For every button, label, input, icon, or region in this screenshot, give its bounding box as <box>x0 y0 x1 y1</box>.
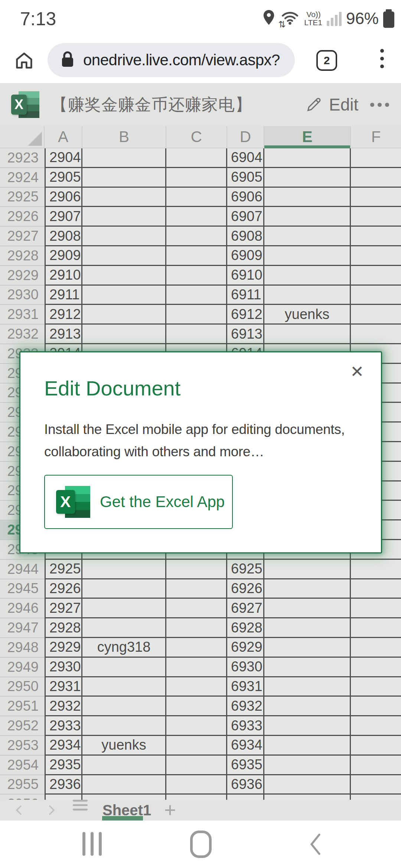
cell-A2955[interactable]: 2936 <box>45 775 82 795</box>
cell-E2956[interactable] <box>264 795 351 800</box>
cell-D2946[interactable]: 6927 <box>227 599 264 618</box>
cell-B2950[interactable] <box>82 677 166 697</box>
cell-F2949[interactable] <box>351 658 401 677</box>
cell-C2926[interactable] <box>166 207 227 227</box>
row-header-2931[interactable]: 2931 <box>0 305 45 325</box>
cell-A2925[interactable]: 2906 <box>45 188 82 207</box>
row-header-2924[interactable]: 2924 <box>0 168 45 188</box>
cell-D2956[interactable] <box>227 795 264 800</box>
cell-D2924[interactable]: 6905 <box>227 168 264 188</box>
cell-A2954[interactable]: 2935 <box>45 756 82 775</box>
select-all-corner[interactable] <box>0 126 45 148</box>
cell-A2953[interactable]: 2934 <box>45 736 82 756</box>
cell-A2952[interactable]: 2933 <box>45 716 82 736</box>
column-header-D[interactable]: D <box>227 126 264 148</box>
cell-A2929[interactable]: 2910 <box>45 266 82 286</box>
cell-B2927[interactable] <box>82 227 166 246</box>
cell-D2953[interactable]: 6934 <box>227 736 264 756</box>
cell-C2928[interactable] <box>166 246 227 266</box>
column-header-A[interactable]: A <box>45 126 82 148</box>
cell-E2950[interactable] <box>264 677 351 697</box>
cell-C2927[interactable] <box>166 227 227 246</box>
cell-F2954[interactable] <box>351 756 401 775</box>
cell-D2948[interactable]: 6929 <box>227 638 264 658</box>
cell-E2947[interactable] <box>264 618 351 638</box>
cell-F2929[interactable] <box>351 266 401 286</box>
get-excel-app-button[interactable]: X Get the Excel App <box>44 475 233 529</box>
cell-E2948[interactable] <box>264 638 351 658</box>
cell-D2925[interactable]: 6906 <box>227 188 264 207</box>
cell-A2946[interactable]: 2927 <box>45 599 82 618</box>
row-header-2952[interactable]: 2952 <box>0 716 45 736</box>
cell-C2951[interactable] <box>166 697 227 716</box>
cell-B2945[interactable] <box>82 579 166 599</box>
cell-B2926[interactable] <box>82 207 166 227</box>
row-header-2932[interactable]: 2932 <box>0 325 45 344</box>
back-icon[interactable] <box>308 833 323 857</box>
cell-A2951[interactable]: 2932 <box>45 697 82 716</box>
cell-B2932[interactable] <box>82 325 166 344</box>
cell-F2944[interactable] <box>351 560 401 579</box>
cell-B2952[interactable] <box>82 716 166 736</box>
cell-E2949[interactable] <box>264 658 351 677</box>
cell-D2955[interactable]: 6936 <box>227 775 264 795</box>
cell-F2923[interactable] <box>351 148 401 168</box>
tab-switcher-button[interactable]: 2 <box>316 50 337 71</box>
row-header-2953[interactable]: 2953 <box>0 736 45 756</box>
cell-D2931[interactable]: 6912 <box>227 305 264 325</box>
cell-A2945[interactable]: 2926 <box>45 579 82 599</box>
row-header-2929[interactable]: 2929 <box>0 266 45 286</box>
cell-A2956[interactable] <box>45 795 82 800</box>
cell-C2956[interactable] <box>166 795 227 800</box>
cell-B2946[interactable] <box>82 599 166 618</box>
cell-E2954[interactable] <box>264 756 351 775</box>
cell-E2927[interactable] <box>264 227 351 246</box>
cell-F2946[interactable] <box>351 599 401 618</box>
cell-E2926[interactable] <box>264 207 351 227</box>
cell-C2929[interactable] <box>166 266 227 286</box>
cell-B2930[interactable] <box>82 286 166 305</box>
cell-B2925[interactable] <box>82 188 166 207</box>
cell-A2924[interactable]: 2905 <box>45 168 82 188</box>
cell-C2955[interactable] <box>166 775 227 795</box>
cell-F2932[interactable] <box>351 325 401 344</box>
cell-A2948[interactable]: 2929 <box>45 638 82 658</box>
more-options-button[interactable] <box>370 83 389 126</box>
row-header-2926[interactable]: 2926 <box>0 207 45 227</box>
cell-A2926[interactable]: 2907 <box>45 207 82 227</box>
cell-E2951[interactable] <box>264 697 351 716</box>
cell-A2944[interactable]: 2925 <box>45 560 82 579</box>
row-header-2950[interactable]: 2950 <box>0 677 45 697</box>
cell-C2947[interactable] <box>166 618 227 638</box>
recents-icon[interactable] <box>82 832 102 856</box>
cell-F2926[interactable] <box>351 207 401 227</box>
cell-F2956[interactable] <box>351 795 401 800</box>
cell-A2928[interactable]: 2909 <box>45 246 82 266</box>
cell-F2948[interactable] <box>351 638 401 658</box>
cell-B2944[interactable] <box>82 560 166 579</box>
cell-A2932[interactable]: 2913 <box>45 325 82 344</box>
cell-E2924[interactable] <box>264 168 351 188</box>
cell-F2953[interactable] <box>351 736 401 756</box>
cell-A2950[interactable]: 2931 <box>45 677 82 697</box>
cell-E2944[interactable] <box>264 560 351 579</box>
prev-sheet-icon[interactable] <box>13 800 27 821</box>
cell-A2947[interactable]: 2928 <box>45 618 82 638</box>
cell-E2923[interactable] <box>264 148 351 168</box>
row-header-2949[interactable]: 2949 <box>0 658 45 677</box>
cell-D2954[interactable]: 6935 <box>227 756 264 775</box>
cell-D2932[interactable]: 6913 <box>227 325 264 344</box>
cell-B2924[interactable] <box>82 168 166 188</box>
cell-D2950[interactable]: 6931 <box>227 677 264 697</box>
cell-B2955[interactable] <box>82 775 166 795</box>
row-header-2954[interactable]: 2954 <box>0 756 45 775</box>
cell-D2951[interactable]: 6932 <box>227 697 264 716</box>
sheet-list-icon[interactable] <box>73 800 88 821</box>
cell-C2923[interactable] <box>166 148 227 168</box>
cell-B2953[interactable]: yuenks <box>82 736 166 756</box>
cell-B2928[interactable] <box>82 246 166 266</box>
browser-menu-button[interactable] <box>378 47 386 70</box>
cell-C2949[interactable] <box>166 658 227 677</box>
cell-C2945[interactable] <box>166 579 227 599</box>
cell-C2950[interactable] <box>166 677 227 697</box>
